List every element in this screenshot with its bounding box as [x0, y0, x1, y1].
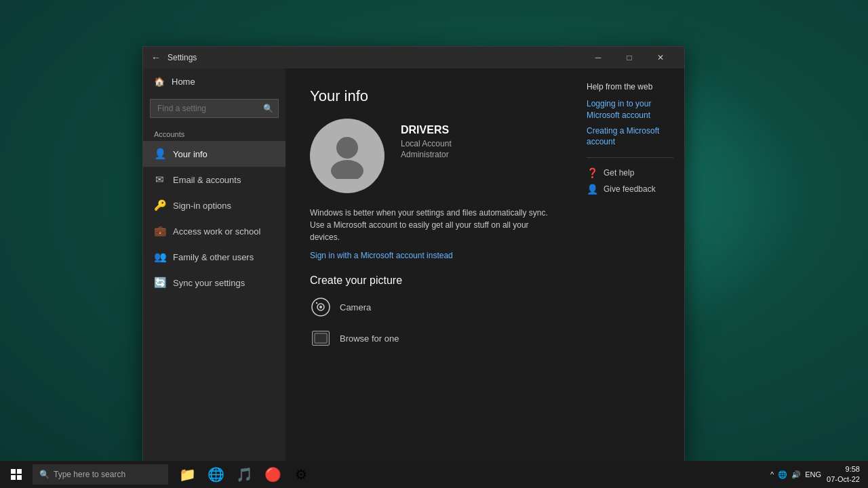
taskbar: 🔍 Type here to search 📁 🌐 🎵 🔴 ⚙ ^ 🌐 🔊 EN…: [0, 461, 868, 488]
desktop: ← Settings ─ □ ✕ 🏠 Home 🔍 Accounts: [0, 0, 868, 488]
user-role: Administrator: [401, 150, 452, 159]
help-divider: [587, 157, 673, 158]
camera-label: Camera: [340, 302, 371, 312]
sidebar-item-family-users[interactable]: 👥 Family & other users: [143, 244, 285, 270]
sidebar-search-container: 🔍: [150, 99, 279, 118]
feedback-icon: 👤: [587, 184, 598, 195]
sign-in-icon: 🔑: [154, 199, 165, 211]
sidebar-item-sync-label: Sync your settings: [173, 278, 245, 288]
svg-point-4: [319, 306, 322, 308]
camera-option[interactable]: Camera: [310, 296, 551, 318]
sidebar-section-title: Accounts: [143, 125, 285, 141]
sync-message: Windows is better when your settings and…: [310, 207, 551, 243]
clock-date: 07-Oct-22: [827, 474, 860, 485]
svg-rect-10: [17, 469, 22, 474]
browse-option[interactable]: Browse for one: [310, 327, 551, 349]
camera-icon: [310, 296, 332, 318]
network-icon: 🌐: [778, 470, 787, 479]
svg-point-5: [316, 302, 317, 304]
get-help-icon: ❓: [587, 167, 598, 178]
sidebar-item-email-label: Email & accounts: [173, 175, 241, 185]
svg-point-0: [336, 137, 358, 159]
sidebar-item-sign-in-label: Sign-in options: [173, 201, 231, 211]
taskbar-icon-edge[interactable]: 🌐: [202, 461, 229, 488]
sidebar-home-item[interactable]: 🏠 Home: [143, 68, 285, 95]
systray: ^ 🌐 🔊 ENG: [770, 470, 821, 479]
avatar-icon: [323, 130, 372, 182]
clock-time: 9:58: [827, 464, 860, 474]
sync-icon: 🔄: [154, 277, 165, 289]
taskbar-app-icons: 📁 🌐 🎵 🔴 ⚙: [174, 461, 315, 488]
get-help-action[interactable]: ❓ Get help: [587, 167, 673, 178]
profile-section: DRIVERS Local Account Administrator: [310, 119, 551, 193]
window-controls: ─ □ ✕: [583, 47, 676, 68]
sidebar-item-sync[interactable]: 🔄 Sync your settings: [143, 270, 285, 296]
get-help-label: Get help: [604, 168, 634, 178]
sidebar: 🏠 Home 🔍 Accounts 👤 Your info ✉ Email & …: [143, 68, 285, 462]
svg-rect-12: [17, 475, 22, 480]
minimize-button[interactable]: ─: [583, 47, 614, 68]
browse-icon: [310, 327, 332, 349]
home-icon: 🏠: [154, 77, 165, 87]
sidebar-item-access-work[interactable]: 💼 Access work or school: [143, 218, 285, 244]
svg-rect-11: [11, 475, 16, 480]
window-body: 🏠 Home 🔍 Accounts 👤 Your info ✉ Email & …: [143, 68, 684, 462]
sidebar-item-your-info[interactable]: 👤 Your info: [143, 141, 285, 167]
title-bar: ← Settings ─ □ ✕: [143, 47, 684, 68]
help-panel: Help from the web Logging in to your Mic…: [576, 68, 684, 462]
search-icon: 🔍: [263, 104, 273, 113]
user-name: DRIVERS: [401, 124, 452, 136]
main-content: Your info DRIVERS Local Account: [285, 68, 576, 462]
home-label: Home: [172, 77, 195, 87]
help-link-create[interactable]: Creating a Microsoft account: [587, 125, 673, 148]
avatar: [310, 119, 384, 193]
help-title: Help from the web: [587, 82, 673, 92]
email-icon: ✉: [154, 174, 165, 186]
give-feedback-action[interactable]: 👤 Give feedback: [587, 184, 673, 195]
sidebar-item-sign-in[interactable]: 🔑 Sign-in options: [143, 192, 285, 218]
taskbar-icon-app1[interactable]: 🎵: [231, 461, 258, 488]
taskbar-icon-settings[interactable]: ⚙: [288, 461, 315, 488]
create-picture-title: Create your picture: [310, 274, 551, 287]
sidebar-item-email-accounts[interactable]: ✉ Email & accounts: [143, 167, 285, 192]
browse-label: Browse for one: [340, 333, 399, 344]
sign-in-microsoft-link[interactable]: Sign in with a Microsoft account instead: [310, 251, 453, 260]
window-title: Settings: [167, 53, 583, 62]
taskbar-search-icon: 🔍: [39, 470, 50, 479]
volume-icon: 🔊: [791, 470, 801, 479]
svg-point-1: [331, 160, 363, 179]
page-title: Your info: [310, 87, 551, 105]
taskbar-icon-explorer[interactable]: 📁: [174, 461, 201, 488]
back-button[interactable]: ←: [151, 52, 161, 63]
taskbar-clock[interactable]: 9:58 07-Oct-22: [827, 464, 860, 485]
feedback-label: Give feedback: [604, 184, 656, 194]
taskbar-icon-app2[interactable]: 🔴: [259, 461, 286, 488]
taskbar-right: ^ 🌐 🔊 ENG 9:58 07-Oct-22: [770, 464, 868, 485]
close-button[interactable]: ✕: [645, 47, 676, 68]
sidebar-item-your-info-label: Your info: [173, 149, 208, 159]
your-info-icon: 👤: [154, 148, 165, 160]
start-button[interactable]: [0, 461, 33, 488]
account-type: Local Account: [401, 139, 452, 148]
family-icon: 👥: [154, 251, 165, 263]
sidebar-item-family-label: Family & other users: [173, 252, 254, 262]
maximize-button[interactable]: □: [614, 47, 645, 68]
taskbar-search-text: Type here to search: [54, 470, 125, 479]
settings-window: ← Settings ─ □ ✕ 🏠 Home 🔍 Accounts: [142, 46, 685, 463]
help-link-login[interactable]: Logging in to your Microsoft account: [587, 98, 673, 121]
access-work-icon: 💼: [154, 225, 165, 237]
taskbar-search[interactable]: 🔍 Type here to search: [33, 464, 168, 485]
svg-rect-9: [11, 469, 16, 474]
language-label: ENG: [805, 470, 821, 479]
search-input[interactable]: [150, 99, 279, 118]
sidebar-item-access-work-label: Access work or school: [173, 226, 260, 237]
systray-chevron[interactable]: ^: [770, 470, 774, 479]
user-info: DRIVERS Local Account Administrator: [401, 119, 452, 159]
